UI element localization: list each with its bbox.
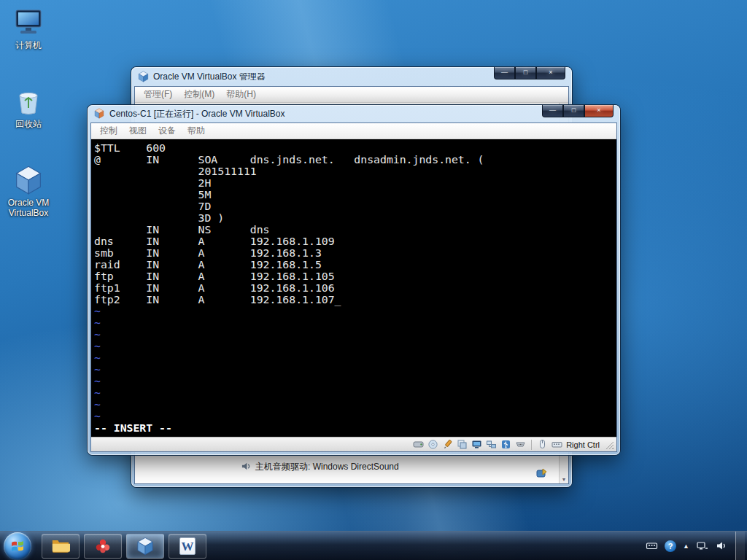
vm-window-icon: [94, 108, 105, 120]
manager-titlebar[interactable]: Oracle VM VirtualBox 管理器 — □ ×: [131, 67, 572, 86]
host-key-keyboard-icon[interactable]: [551, 439, 562, 450]
resize-grip[interactable]: [605, 440, 614, 449]
guest-console[interactable]: $TTL 600 @ IN SOA dns.jnds.net. dnsadmin…: [91, 139, 616, 437]
manager-menubar: 管理(F) 控制(M) 帮助(H): [135, 87, 568, 103]
menu-devices[interactable]: 设备: [153, 123, 181, 139]
manager-status-icon: [536, 467, 548, 479]
host-audio-driver-text: 主机音频驱动: Windows DirectSound: [255, 461, 399, 473]
host-key-label: Right Ctrl: [566, 440, 600, 449]
vm-titlebar[interactable]: Centos-C1 [正在运行] - Oracle VM VirtualBox …: [88, 105, 620, 122]
taskbar-virtualbox-button[interactable]: [126, 534, 164, 559]
minimize-button[interactable]: —: [542, 105, 563, 117]
desktop-icon-computer[interactable]: 计算机: [0, 7, 57, 50]
taskbar-red-app-button[interactable]: [84, 534, 122, 559]
desktop-icon-label: 回收站: [15, 119, 42, 129]
audio-icon: [241, 462, 251, 473]
taskbar: W ? ▲: [0, 531, 747, 560]
usb-icon[interactable]: [500, 439, 511, 450]
word-icon: W: [179, 537, 196, 555]
desktop: 计算机 回收站 Oracle VM VirtualBox: [0, 0, 747, 560]
tray-hidden-icons-arrow[interactable]: ▲: [683, 542, 689, 550]
desktop-icon-label: 计算机: [15, 40, 42, 50]
taskbar-word-button[interactable]: W: [169, 534, 206, 559]
close-button[interactable]: ×: [536, 67, 565, 79]
menu-manage[interactable]: 管理(F): [139, 87, 177, 102]
ime-keyboard-icon[interactable]: [646, 540, 658, 552]
shared-clipboard-icon[interactable]: [457, 439, 468, 450]
network-tray-icon[interactable]: [696, 540, 708, 552]
scroll-down-icon[interactable]: ▼: [562, 477, 567, 482]
red-app-icon: [95, 538, 111, 554]
menu-help[interactable]: 帮助: [182, 123, 210, 139]
manager-window-title: Oracle VM VirtualBox 管理器: [153, 71, 266, 83]
maximize-button[interactable]: □: [563, 105, 584, 117]
zone-file-text: $TTL 600 @ IN SOA dns.jnds.net. dnsadmin…: [94, 142, 616, 306]
virtualbox-cube-icon: [13, 165, 44, 195]
system-tray: ? ▲: [646, 532, 747, 560]
volume-tray-icon[interactable]: [715, 540, 727, 552]
virtualbox-logo-icon: [138, 71, 149, 82]
maximize-button[interactable]: □: [515, 67, 536, 79]
hdd-icon[interactable]: [413, 439, 424, 450]
windows-flag-icon: [10, 539, 25, 553]
minimize-button[interactable]: —: [494, 67, 515, 79]
recycle-bin-icon: [13, 86, 44, 117]
serial-port-icon[interactable]: [515, 439, 526, 450]
host-audio-driver-row: 主机音频驱动: Windows DirectSound: [241, 461, 399, 473]
display-icon[interactable]: [471, 439, 482, 450]
menu-view[interactable]: 视图: [124, 123, 152, 139]
menu-machine[interactable]: 控制(M): [179, 87, 220, 102]
vm-client-area: 控制 视图 设备 帮助 $TTL 600 @ IN SOA dns.jnds.n…: [90, 122, 617, 452]
menu-machine-control[interactable]: 控制: [95, 123, 123, 139]
desktop-icon-label: Oracle VM VirtualBox: [8, 198, 50, 218]
mouse-integration-icon[interactable]: [537, 439, 548, 450]
statusbar-divider: [531, 440, 532, 450]
menu-help[interactable]: 帮助(H): [221, 87, 261, 102]
taskbar-buttons: W: [42, 534, 206, 559]
vm-window-centos-c1: Centos-C1 [正在运行] - Oracle VM VirtualBox …: [88, 105, 620, 455]
desktop-icon-virtualbox[interactable]: Oracle VM VirtualBox: [0, 165, 57, 218]
optical-disc-icon[interactable]: [427, 439, 438, 450]
desktop-icon-recycle-bin[interactable]: 回收站: [0, 86, 57, 129]
close-button[interactable]: ×: [584, 105, 614, 117]
show-desktop-button[interactable]: [735, 532, 745, 560]
vm-statusbar: Right Ctrl: [91, 437, 616, 451]
help-icon[interactable]: ?: [665, 540, 676, 552]
vim-empty-line-tildes: ~ ~ ~ ~ ~ ~ ~ ~ ~ ~: [94, 306, 616, 422]
taskbar-explorer-button[interactable]: [42, 534, 80, 559]
folder-icon: [51, 538, 70, 553]
vim-mode-indicator: -- INSERT --: [94, 422, 616, 434]
network-icon[interactable]: [486, 439, 497, 450]
virtualbox-cube-icon: [136, 537, 154, 556]
vm-window-title: Centos-C1 [正在运行] - Oracle VM VirtualBox: [109, 108, 285, 120]
vm-menubar: 控制 视图 设备 帮助: [91, 123, 616, 139]
start-button[interactable]: [4, 532, 31, 560]
computer-icon: [13, 7, 44, 38]
pencil-edit-icon[interactable]: [442, 439, 453, 450]
